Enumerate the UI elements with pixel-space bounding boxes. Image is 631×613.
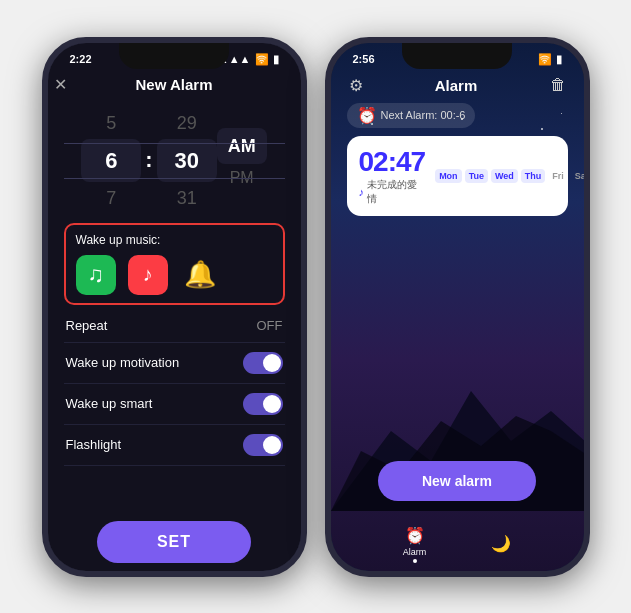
picker-minute-selected: 30: [157, 139, 217, 183]
phone2-status-icons: 🛜 ▮: [538, 53, 562, 66]
trash-button[interactable]: 🗑: [550, 76, 566, 94]
battery-icon: ▮: [273, 53, 279, 66]
song-name: 未完成的愛情: [367, 178, 425, 206]
new-alarm-button[interactable]: New alarm: [378, 461, 536, 501]
wake-smart-row[interactable]: Wake up smart: [64, 384, 285, 425]
alarm-nav-label: Alarm: [403, 547, 427, 557]
picker-hour-selected: 6: [81, 139, 141, 183]
repeat-label: Repeat: [66, 318, 108, 333]
settings-button[interactable]: ⚙: [349, 76, 363, 95]
set-button[interactable]: SET: [97, 521, 251, 563]
wake-music-label: Wake up music:: [76, 233, 273, 247]
alarm-days: Mon Tue Wed Thu Fri Sat Sun: [435, 169, 583, 183]
bell-icon: 🔔: [184, 259, 216, 290]
day-fri: Fri: [548, 169, 568, 183]
phone2-bottom-nav: ⏰ Alarm 🌙: [331, 526, 584, 563]
alarm-time: 02:47: [359, 146, 426, 178]
wifi-icon: 🛜: [255, 53, 269, 66]
picker-hour-above: 5: [106, 107, 116, 139]
picker-minute-above: 29: [177, 107, 197, 139]
phone2: 2:56 🛜 ▮ ⚙ Alarm 🗑: [325, 37, 590, 577]
alarm-clock-icon: ⏰: [357, 106, 377, 125]
day-wed: Wed: [491, 169, 518, 183]
music-note-icon: ♪: [359, 186, 365, 198]
day-sat: Sat: [571, 169, 584, 183]
nav-alarm[interactable]: ⏰ Alarm: [403, 526, 427, 563]
alarm-nav-icon: ⏰: [405, 526, 425, 545]
flashlight-label: Flashlight: [66, 437, 122, 452]
alarm-time-display: 02:47 ♪ 未完成的愛情: [359, 146, 426, 206]
alarm-song: ♪ 未完成的愛情: [359, 178, 426, 206]
picker-pm: PM: [230, 164, 254, 193]
phone2-wifi-icon: 🛜: [538, 53, 552, 66]
next-alarm-badge: ⏰ Next Alarm: 00:-6: [347, 103, 476, 128]
flashlight-toggle[interactable]: [243, 434, 283, 456]
bell-button[interactable]: 🔔: [180, 255, 220, 295]
settings-icon: ⚙: [349, 77, 363, 94]
spotify-button[interactable]: ♫: [76, 255, 116, 295]
phone1-screen: 2:22 ▲▲▲ 🛜 ▮ ✕ New Alarm: [48, 43, 301, 571]
phone2-battery-icon: ▮: [556, 53, 562, 66]
nav-dot-alarm: [413, 559, 417, 563]
close-button[interactable]: ✕: [48, 71, 74, 97]
phone2-time: 2:56: [353, 53, 375, 65]
repeat-row[interactable]: Repeat OFF: [64, 309, 285, 343]
picker-hour-below: 7: [106, 182, 116, 214]
phone1-notch: [119, 43, 229, 69]
apple-music-button[interactable]: ♪: [128, 255, 168, 295]
trash-icon: 🗑: [550, 76, 566, 93]
phone1: 2:22 ▲▲▲ 🛜 ▮ ✕ New Alarm: [42, 37, 307, 577]
day-thu: Thu: [521, 169, 546, 183]
flashlight-row[interactable]: Flashlight: [64, 425, 285, 466]
alarm-card[interactable]: 02:47 ♪ 未完成的愛情 Mon Tue Wed Thu Fri: [347, 136, 568, 216]
phone2-header: ⚙ Alarm 🗑: [331, 70, 584, 103]
next-alarm-text: Next Alarm: 00:-6: [381, 109, 466, 121]
phone1-header: ✕ New Alarm: [48, 70, 301, 103]
apple-music-icon: ♪: [143, 263, 153, 286]
close-icon: ✕: [54, 75, 67, 94]
picker-ampm[interactable]: AM PM: [217, 128, 267, 193]
phones-container: 2:22 ▲▲▲ 🛜 ▮ ✕ New Alarm: [32, 27, 600, 587]
picker-minute-below: 31: [177, 182, 197, 214]
alarm-right: Mon Tue Wed Thu Fri Sat Sun: [435, 169, 583, 183]
new-alarm-btn-container: New alarm: [331, 461, 584, 501]
spotify-icon: ♫: [87, 262, 104, 288]
wake-motivation-row[interactable]: Wake up motivation: [64, 343, 285, 384]
nav-sleep[interactable]: 🌙: [491, 534, 511, 555]
picker-minutes[interactable]: 29 30 31: [157, 107, 217, 215]
phone1-content: 5 6 7 : 29 30 31 AM PM: [48, 103, 301, 571]
day-tue: Tue: [465, 169, 488, 183]
set-btn-container: SET: [64, 466, 285, 571]
picker-hours[interactable]: 5 6 7: [81, 107, 141, 215]
phone2-screen: 2:56 🛜 ▮ ⚙ Alarm 🗑: [331, 43, 584, 571]
phone1-time: 2:22: [70, 53, 92, 65]
music-icons-row: ♫ ♪ 🔔: [76, 255, 273, 295]
wake-smart-label: Wake up smart: [66, 396, 153, 411]
sleep-nav-icon: 🌙: [491, 534, 511, 553]
day-mon: Mon: [435, 169, 462, 183]
picker-separator: :: [141, 147, 156, 173]
wake-motivation-label: Wake up motivation: [66, 355, 180, 370]
phone2-notch: [402, 43, 512, 69]
wake-motivation-toggle[interactable]: [243, 352, 283, 374]
time-picker[interactable]: 5 6 7 : 29 30 31 AM PM: [64, 107, 285, 215]
picker-am: AM: [217, 128, 267, 164]
phone1-title: New Alarm: [136, 76, 213, 93]
phone2-title: Alarm: [435, 77, 478, 94]
wake-music-section: Wake up music: ♫ ♪ 🔔: [64, 223, 285, 305]
wake-smart-toggle[interactable]: [243, 393, 283, 415]
repeat-value: OFF: [257, 318, 283, 333]
